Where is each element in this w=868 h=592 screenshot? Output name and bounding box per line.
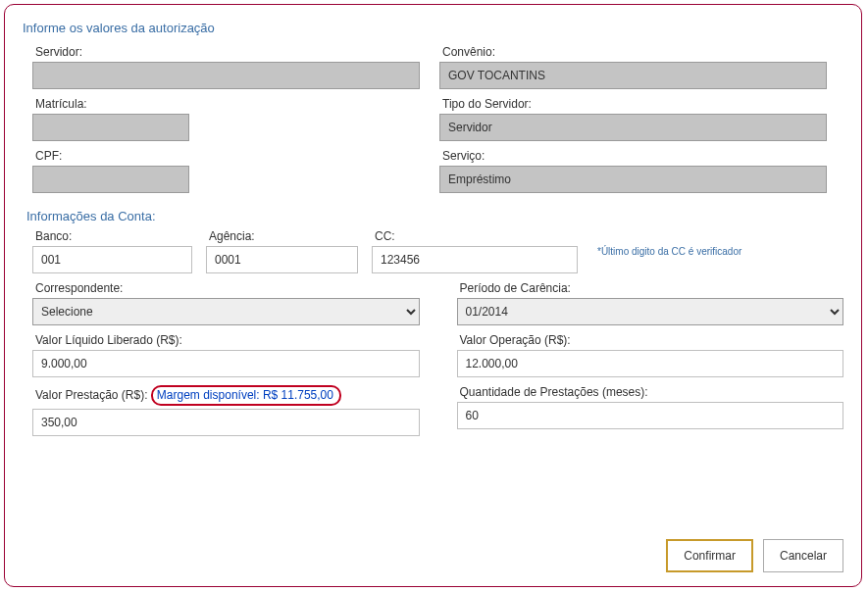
authorization-panel: Informe os valores da autorização Servid…: [4, 4, 862, 587]
field-cpf: [32, 166, 189, 193]
label-convenio: Convênio:: [439, 45, 827, 59]
field-servico: Empréstimo: [439, 166, 827, 193]
section-title: Informe os valores da autorização: [23, 21, 843, 35]
label-valor-liquido: Valor Líquido Liberado (R$):: [32, 333, 420, 347]
label-valor-prestacao-text: Valor Prestação (R$):: [35, 388, 148, 402]
label-agencia: Agência:: [206, 229, 358, 243]
label-cpf: CPF:: [32, 149, 420, 163]
label-periodo-carencia: Período de Carência:: [457, 281, 844, 295]
confirm-button[interactable]: Confirmar: [666, 539, 753, 572]
label-qtd-prestacoes: Quantidade de Prestações (meses):: [457, 385, 844, 399]
label-matricula: Matrícula:: [32, 97, 420, 111]
label-tipo-servidor: Tipo do Servidor:: [439, 97, 827, 111]
label-banco: Banco:: [32, 229, 192, 243]
select-correspondente[interactable]: Selecione: [32, 298, 420, 325]
input-agencia[interactable]: [206, 246, 358, 273]
field-tipo-servidor: Servidor: [439, 114, 827, 141]
input-banco[interactable]: [32, 246, 192, 273]
field-convenio: GOV TOCANTINS: [439, 62, 827, 89]
hint-cc-verifier: *Último digito da CC é verificador: [597, 246, 741, 257]
label-valor-operacao: Valor Operação (R$):: [457, 333, 844, 347]
margin-available-badge: Margem disponível: R$ 11.755,00: [151, 385, 341, 406]
label-servico: Serviço:: [439, 149, 827, 163]
field-servidor: [32, 62, 420, 89]
select-periodo-carencia[interactable]: 01/2014: [457, 298, 844, 325]
input-cc[interactable]: [372, 246, 578, 273]
input-valor-prestacao[interactable]: [32, 409, 420, 436]
input-qtd-prestacoes[interactable]: [457, 402, 844, 429]
input-valor-liquido[interactable]: [32, 350, 420, 377]
sub-title-account: Informações da Conta:: [26, 209, 843, 223]
label-servidor: Servidor:: [32, 45, 420, 59]
label-cc: CC:: [372, 229, 578, 243]
field-matricula: [32, 114, 189, 141]
cancel-button[interactable]: Cancelar: [763, 539, 843, 572]
label-correspondente: Correspondente:: [32, 281, 420, 295]
input-valor-operacao[interactable]: [457, 350, 844, 377]
label-valor-prestacao: Valor Prestação (R$): Margem disponível:…: [32, 385, 420, 406]
